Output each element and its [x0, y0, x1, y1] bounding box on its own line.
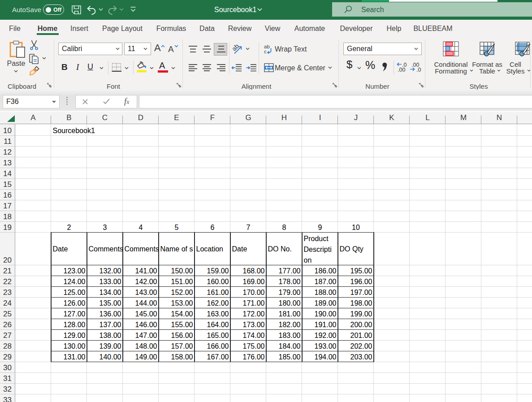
svg-text:c: c: [264, 49, 267, 54]
svg-text:.00: .00: [398, 67, 405, 73]
svg-text:ab: ab: [230, 42, 240, 52]
svg-text:.0: .0: [416, 67, 421, 73]
